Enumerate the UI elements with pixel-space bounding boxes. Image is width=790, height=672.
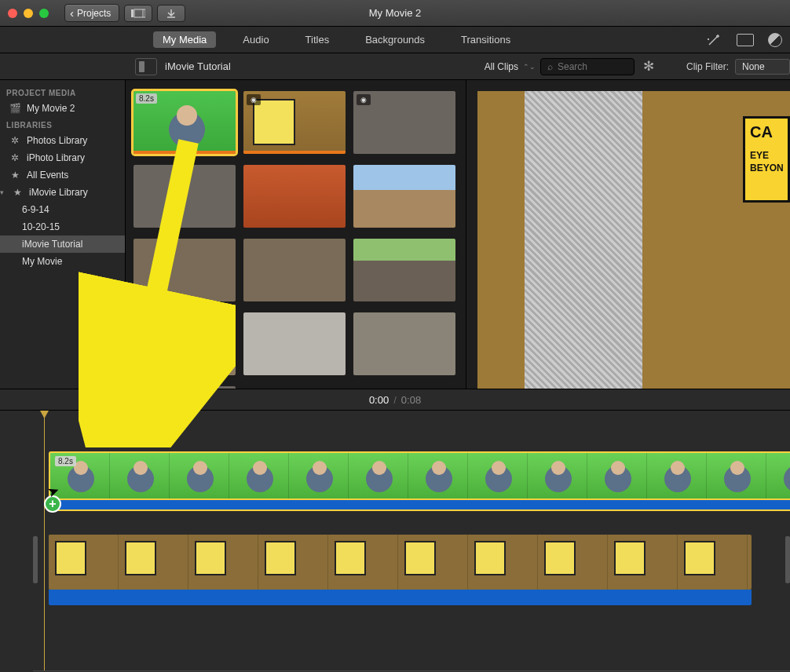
timecode-separator: / (393, 394, 397, 406)
toggle-sidebar-button[interactable] (135, 58, 157, 75)
flower-icon: ✲ (9, 135, 20, 146)
iphoto-lib-label: iPhoto Library (27, 152, 85, 163)
clip-thumbnail[interactable] (353, 312, 455, 375)
clip-thumbnail[interactable] (133, 312, 236, 375)
search-icon: ⌕ (547, 61, 553, 72)
media-tabs-row: My Media Audio Titles Backgrounds Transi… (0, 27, 790, 53)
sidebar-project-label: My Movie 2 (27, 103, 75, 114)
used-indicator (133, 151, 236, 154)
timecode-duration: 0:08 (401, 394, 421, 406)
traffic-lights (8, 9, 49, 18)
window-title: My Movie 2 (277, 7, 513, 19)
timeline-scroll-handle-right[interactable] (785, 536, 790, 583)
sidebar-head-project-media: PROJECT MEDIA (0, 85, 125, 100)
used-indicator (243, 151, 346, 154)
sidebar: PROJECT MEDIA 🎬 My Movie 2 LIBRARIES ✲ P… (0, 80, 126, 389)
clip-thumbnail[interactable] (133, 386, 236, 389)
clip-thumbnail[interactable] (133, 239, 236, 301)
clip-thumbnail[interactable] (133, 165, 236, 228)
color-balance-icon[interactable] (768, 33, 782, 47)
clip-thumbnail-selected[interactable]: 8.2s (133, 91, 236, 154)
timeline-clip-green-dragging[interactable]: 8.2s (49, 451, 790, 500)
projects-label: Projects (77, 8, 111, 19)
clip-thumbnail[interactable] (243, 165, 346, 228)
close-window-button[interactable] (8, 9, 17, 18)
tab-audio[interactable]: Audio (233, 31, 278, 48)
clip-thumbnail[interactable] (353, 239, 455, 301)
timecode-current: 0:00 (369, 394, 389, 406)
caution-sign: CA EYEBEYON (743, 116, 790, 203)
photos-lib-label: Photos Library (27, 135, 87, 146)
enhance-wand-icon[interactable] (705, 31, 722, 49)
clip-thumbnail[interactable] (353, 165, 455, 228)
chevron-updown-icon: ⌃⌄ (523, 63, 536, 71)
sidebar-item-imovie-library[interactable]: ★ iMovie Library (0, 184, 125, 201)
clip-thumbnail[interactable] (243, 239, 346, 301)
timeline[interactable]: 8.2s + ➤ ♫ (0, 411, 790, 672)
camera-badge-icon: ◉ (247, 94, 261, 105)
sidebar-item-photos-library[interactable]: ✲ Photos Library (0, 132, 125, 149)
star-icon: ★ (12, 187, 23, 198)
clip-duration-badge: 8.2s (55, 456, 76, 466)
clip-filter-select[interactable]: None (735, 59, 790, 75)
timeline-audio-green-clip[interactable] (49, 500, 790, 511)
breadcrumb: iMovie Tutorial (165, 60, 231, 72)
sidebar-event-2[interactable]: 10-20-15 (0, 218, 125, 236)
all-events-label: All Events (27, 170, 68, 181)
star-icon: ★ (9, 170, 20, 181)
tab-backgrounds[interactable]: Backgrounds (356, 31, 434, 48)
imovie-lib-label: iMovie Library (29, 187, 88, 198)
playhead[interactable] (44, 411, 45, 672)
clip-thumbnail[interactable]: ◉ (243, 91, 346, 154)
projects-back-button[interactable]: Projects (64, 4, 119, 22)
minimize-window-button[interactable] (24, 9, 33, 18)
clip-duration-badge: 8.2s (136, 93, 157, 104)
preview-frame[interactable]: CA EYEBEYON (477, 91, 791, 389)
browser-header: iMovie Tutorial All Clips ⌃⌄ ⌕ ✻ Clip Fi… (0, 53, 790, 80)
tab-titles[interactable]: Titles (296, 31, 339, 48)
window-titlebar: Projects My Movie 2 (0, 0, 790, 27)
sidebar-item-iphoto-library[interactable]: ✲ iPhoto Library (0, 149, 125, 166)
sidebar-item-project[interactable]: 🎬 My Movie 2 (0, 100, 125, 117)
zoom-window-button[interactable] (39, 9, 49, 18)
clip-browser[interactable]: 8.2s ◉ ◉ (126, 80, 466, 389)
crop-tool-icon[interactable] (737, 34, 754, 46)
timeline-audio-brown-clip[interactable] (49, 590, 752, 605)
preview-viewer: CA EYEBEYON (466, 80, 791, 389)
clips-filter-dropdown[interactable]: All Clips (485, 61, 518, 72)
sidebar-event-1[interactable]: 6-9-14 (0, 201, 125, 218)
timeline-clip-brown[interactable] (49, 535, 752, 590)
tab-my-media[interactable]: My Media (153, 31, 216, 48)
sidebar-event-4[interactable]: My Movie (0, 253, 125, 270)
view-mode-button[interactable] (124, 5, 152, 22)
svg-rect-1 (134, 9, 145, 17)
sidebar-head-libraries: LIBRARIES (0, 117, 125, 132)
settings-gear-icon[interactable]: ✻ (639, 57, 658, 76)
clip-filter-label: Clip Filter: (686, 61, 729, 72)
camera-icon: ✲ (9, 152, 20, 163)
camera-badge-icon: ◉ (357, 94, 371, 105)
timeline-scroll-handle-left[interactable] (33, 536, 38, 583)
search-input[interactable] (558, 61, 620, 72)
svg-rect-0 (131, 9, 133, 17)
sidebar-event-3-selected[interactable]: iMovie Tutorial (0, 236, 125, 253)
sidebar-item-all-events[interactable]: ★ All Events (0, 166, 125, 184)
import-button[interactable] (157, 5, 185, 22)
clip-thumbnail[interactable] (243, 312, 346, 375)
search-field[interactable]: ⌕ (540, 58, 635, 75)
clapperboard-icon: 🎬 (9, 103, 20, 114)
timecode-display: 0:00 / 0:08 (0, 389, 790, 411)
tab-transitions[interactable]: Transitions (452, 31, 520, 48)
clip-thumbnail[interactable]: ◉ (353, 91, 455, 154)
